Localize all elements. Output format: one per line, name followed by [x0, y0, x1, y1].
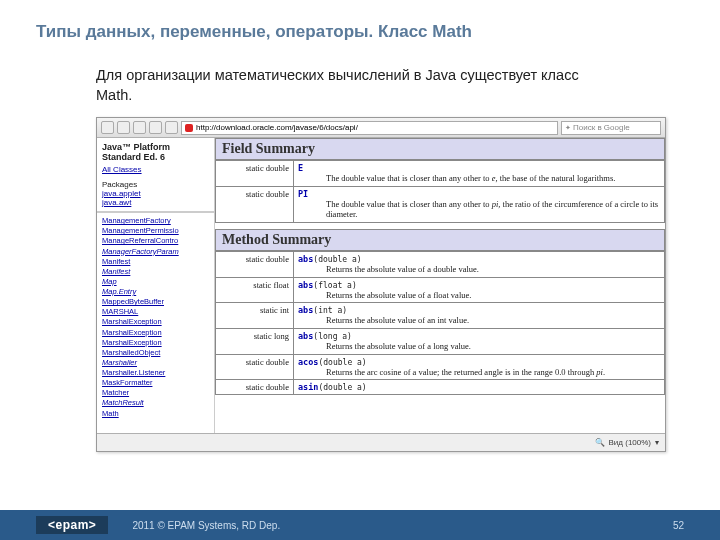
table-row: static doubleacos(double a)Returns the a…	[216, 354, 665, 380]
field-summary-header: Field Summary	[215, 138, 665, 160]
class-link[interactable]: Manifest	[102, 257, 209, 267]
search-placeholder: Поиск в Google	[573, 123, 630, 132]
class-link[interactable]: MarshalException	[102, 338, 209, 348]
table-row: static longabs(long a)Returns the absolu…	[216, 328, 665, 354]
package-link[interactable]: java.awt	[102, 198, 209, 207]
class-link[interactable]: MarshalException	[102, 328, 209, 338]
google-icon: ✦	[565, 124, 571, 132]
signature-cell: static double	[216, 252, 294, 278]
content-frame: Field Summary static doubleEThe double v…	[215, 138, 665, 433]
signature-cell: static double	[216, 380, 294, 395]
signature-cell: static int	[216, 303, 294, 329]
description-cell: acos(double a)Returns the arc cosine of …	[294, 354, 665, 380]
description-cell: PIThe double value that is closer than a…	[294, 186, 665, 222]
all-classes-link[interactable]: All Classes	[102, 165, 209, 174]
signature-cell: static double	[216, 186, 294, 222]
description-cell: abs(long a)Returns the absolute value of…	[294, 328, 665, 354]
class-link[interactable]: MARSHAL	[102, 307, 209, 317]
site-icon	[185, 124, 193, 132]
args-text: (double a)	[318, 383, 366, 392]
class-link[interactable]: MarshalledObject	[102, 348, 209, 358]
member-link[interactable]: acos	[298, 357, 318, 367]
description-text: Returns the arc cosine of a value; the r…	[298, 367, 660, 378]
class-link[interactable]: MappedByteBuffer	[102, 297, 209, 307]
args-text: (int a)	[313, 306, 347, 315]
signature-cell: static double	[216, 354, 294, 380]
packages-label: Packages	[102, 180, 209, 189]
class-link[interactable]: Manifest	[102, 267, 209, 277]
member-link[interactable]: PI	[298, 189, 308, 199]
signature-cell: static float	[216, 277, 294, 303]
member-link[interactable]: abs	[298, 305, 313, 315]
class-link[interactable]: Marshaller.Listener	[102, 368, 209, 378]
copyright: 2011 © EPAM Systems, RD Dep.	[132, 520, 280, 531]
package-link[interactable]: java.applet	[102, 189, 209, 198]
description-cell: abs(int a)Returns the absolute value of …	[294, 303, 665, 329]
class-link[interactable]: ManageReferralContro	[102, 236, 209, 246]
table-row: static floatabs(float a)Returns the abso…	[216, 277, 665, 303]
member-link[interactable]: asin	[298, 382, 318, 392]
browser-window: http://download.oracle.com/javase/6/docs…	[96, 117, 666, 452]
slide-footer: <epam> 2011 © EPAM Systems, RD Dep. 52	[0, 510, 720, 540]
method-summary-table: static doubleabs(double a)Returns the ab…	[215, 251, 665, 395]
table-row: static doubleasin(double a)	[216, 380, 665, 395]
page-number: 52	[673, 520, 684, 531]
url-text: http://download.oracle.com/javase/6/docs…	[196, 123, 358, 132]
home-button[interactable]	[165, 121, 178, 134]
class-link[interactable]: ManagementPermissio	[102, 226, 209, 236]
method-summary-header: Method Summary	[215, 229, 665, 251]
class-link[interactable]: MarshalException	[102, 317, 209, 327]
table-row: static doubleabs(double a)Returns the ab…	[216, 252, 665, 278]
back-button[interactable]	[101, 121, 114, 134]
signature-cell: static double	[216, 161, 294, 187]
class-link[interactable]: Marshaller	[102, 358, 209, 368]
description-text: Returns the absolute value of an int val…	[298, 315, 660, 326]
field-summary-table: static doubleEThe double value that is c…	[215, 160, 665, 223]
stop-button[interactable]	[149, 121, 162, 134]
member-link[interactable]: abs	[298, 280, 313, 290]
forward-button[interactable]	[117, 121, 130, 134]
description-text: Returns the absolute value of a double v…	[298, 264, 660, 275]
class-link[interactable]: Map.Entry	[102, 287, 209, 297]
description-text: The double value that is closer than any…	[298, 199, 660, 220]
class-link[interactable]: Matcher	[102, 388, 209, 398]
table-row: static intabs(int a)Returns the absolute…	[216, 303, 665, 329]
description-text: Returns the absolute value of a float va…	[298, 290, 660, 301]
dropdown-icon[interactable]: ▾	[655, 438, 659, 447]
class-link[interactable]: ManagementFactory	[102, 216, 209, 226]
overview-frame: Java™ Platform Standard Ed. 6 All Classe…	[97, 138, 214, 212]
class-link[interactable]: Math	[102, 409, 209, 419]
args-text: (long a)	[313, 332, 352, 341]
zoom-icon: 🔍	[595, 438, 605, 447]
browser-body: Java™ Platform Standard Ed. 6 All Classe…	[97, 138, 665, 433]
platform-title: Java™ Platform Standard Ed. 6	[102, 142, 209, 162]
member-link[interactable]: abs	[298, 331, 313, 341]
browser-toolbar: http://download.oracle.com/javase/6/docs…	[97, 118, 665, 138]
member-link[interactable]: abs	[298, 254, 313, 264]
description-text: Returns the absolute value of a long val…	[298, 341, 660, 352]
description-cell: abs(double a)Returns the absolute value …	[294, 252, 665, 278]
args-text: (double a)	[318, 358, 366, 367]
description-cell: abs(float a)Returns the absolute value o…	[294, 277, 665, 303]
zoom-text[interactable]: Вид (100%)	[609, 438, 651, 447]
class-link[interactable]: ManagerFactoryParam	[102, 247, 209, 257]
description-cell: EThe double value that is closer than an…	[294, 161, 665, 187]
description-cell: asin(double a)	[294, 380, 665, 395]
class-link[interactable]: MatchResult	[102, 398, 209, 408]
description-text: The double value that is closer than any…	[298, 173, 660, 184]
args-text: (float a)	[313, 281, 356, 290]
body-text: Для организации математических вычислени…	[0, 42, 580, 113]
class-link[interactable]: Map	[102, 277, 209, 287]
member-link[interactable]: E	[298, 163, 303, 173]
status-bar: 🔍 Вид (100%) ▾	[97, 433, 665, 451]
args-text: (double a)	[313, 255, 361, 264]
slide-title: Типы данных, переменные, операторы. Клас…	[0, 0, 720, 42]
table-row: static doublePIThe double value that is …	[216, 186, 665, 222]
class-link[interactable]: MaskFormatter	[102, 378, 209, 388]
signature-cell: static long	[216, 328, 294, 354]
table-row: static doubleEThe double value that is c…	[216, 161, 665, 187]
url-bar[interactable]: http://download.oracle.com/javase/6/docs…	[181, 121, 558, 135]
search-bar[interactable]: ✦ Поиск в Google	[561, 121, 661, 135]
reload-button[interactable]	[133, 121, 146, 134]
classes-frame[interactable]: ManagementFactoryManagementPermissioMana…	[97, 212, 214, 433]
